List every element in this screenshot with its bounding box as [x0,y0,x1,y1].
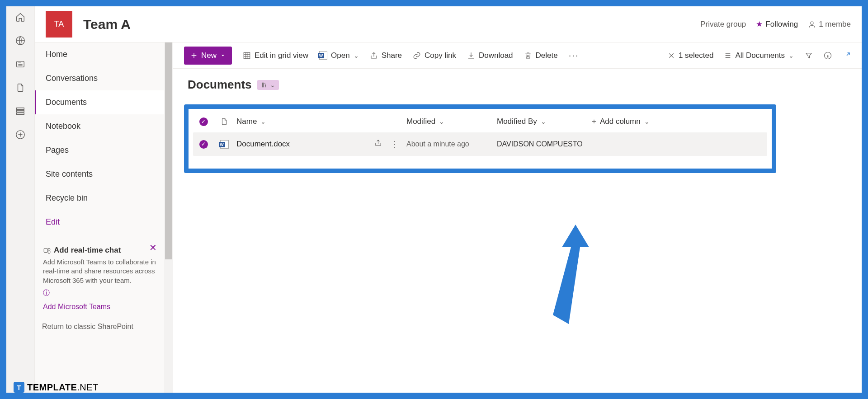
more-actions-icon[interactable]: ⋮ [390,139,398,149]
watermark: T TEMPLATE.NET [14,382,99,393]
close-icon [668,52,675,59]
chevron-down-icon [220,53,226,58]
files-icon[interactable] [15,82,26,93]
edit-grid-button[interactable]: Edit in grid view [243,51,308,60]
nav-documents[interactable]: Documents [35,90,164,114]
classic-sharepoint-link[interactable]: Return to classic SharePoint [42,323,157,331]
list-icon [724,52,731,59]
download-icon [467,52,475,60]
svg-rect-2 [17,108,24,110]
nav-edit[interactable]: Edit [35,210,164,234]
svg-rect-1 [17,61,24,67]
library-title: Documents [188,78,252,92]
svg-rect-4 [17,113,24,115]
download-button[interactable]: Download [467,51,513,60]
home-icon[interactable] [15,12,26,23]
following-label[interactable]: Following [765,20,798,29]
plus-icon [190,52,198,59]
books-icon [261,81,268,89]
nav-recycle-bin[interactable]: Recycle bin [35,186,164,210]
info-icon[interactable]: ⓘ [43,289,156,297]
site-nav: Home Conversations Documents Notebook Pa… [35,42,164,393]
column-modified-by[interactable]: Modified By⌄ [497,117,592,126]
annotation-arrow [544,225,607,333]
copy-link-button[interactable]: Copy link [413,51,456,60]
news-icon[interactable] [15,59,26,70]
command-bar: New Edit in grid view W Open ⌄ Shar [173,42,862,69]
site-title[interactable]: Team A [83,17,131,32]
global-nav-rail [6,6,35,393]
view-selector[interactable]: All Documents ⌄ [724,51,794,60]
site-logo[interactable]: TA [46,11,72,38]
chevron-down-icon: ⌄ [270,81,275,89]
svg-marker-11 [553,225,589,324]
svg-rect-3 [17,110,24,112]
documents-table-highlight: ✓ Name⌄ Modified⌄ Modified By⌄ +Add colu… [184,104,776,173]
star-icon[interactable]: ★ [756,19,763,29]
chevron-down-icon: ⌄ [439,118,444,125]
svg-rect-9 [244,52,250,59]
table-row[interactable]: ✓ W Document.docx ⋮ About a minute ago D… [193,132,767,156]
watermark-badge: T [14,382,24,393]
selection-count[interactable]: 1 selected [668,51,714,60]
modified-value: About a minute ago [406,140,469,148]
column-modified[interactable]: Modified⌄ [406,117,497,126]
nav-conversations[interactable]: Conversations [35,66,164,90]
trash-icon [524,52,532,60]
grid-icon [243,52,251,60]
create-icon[interactable] [15,129,26,140]
sidebar-scrollbar[interactable] [164,42,173,393]
svg-point-8 [48,249,50,251]
share-icon [370,52,378,60]
person-icon [808,20,816,28]
close-icon[interactable]: ✕ [149,242,157,253]
members-count[interactable]: 1 membe [808,20,851,29]
nav-home[interactable]: Home [35,42,164,66]
teams-promo-card: ✕ Add real-time chat Add Microsoft Teams… [40,242,159,315]
chevron-down-icon: ⌄ [260,118,266,125]
nav-notebook[interactable]: Notebook [35,114,164,138]
file-type-icon [220,117,228,126]
new-button[interactable]: New [184,47,232,65]
select-all-checkbox[interactable]: ✓ [199,117,208,126]
word-doc-icon: W [220,140,229,149]
delete-button[interactable]: Delete [524,51,558,60]
table-header: ✓ Name⌄ Modified⌄ Modified By⌄ +Add colu… [193,111,767,132]
nav-site-contents[interactable]: Site contents [35,162,164,186]
column-name[interactable]: Name⌄ [235,117,406,126]
expand-icon[interactable] [843,52,851,60]
file-name[interactable]: Document.docx [236,140,290,149]
info-pane-icon[interactable] [824,52,832,60]
ellipsis-icon: ··· [569,50,579,61]
privacy-label: Private group [700,20,746,29]
svg-point-6 [811,22,813,24]
library-view-pill[interactable]: ⌄ [257,80,279,90]
add-column-button[interactable]: +Add column⌄ [592,117,767,126]
open-button[interactable]: W Open ⌄ [319,51,359,60]
chevron-down-icon: ⌄ [788,52,794,59]
site-header: TA Team A Private group ★ Following 1 me… [35,6,862,42]
teams-icon [43,246,51,254]
chevron-down-icon: ⌄ [541,118,546,125]
row-checkbox[interactable]: ✓ [199,140,208,149]
promo-title: Add real-time chat [54,246,121,255]
chevron-down-icon: ⌄ [354,52,359,59]
nav-pages[interactable]: Pages [35,138,164,162]
promo-desc: Add Microsoft Teams to collaborate in re… [43,258,156,285]
lists-icon[interactable] [15,106,26,117]
chevron-down-icon: ⌄ [644,118,650,125]
plus-icon: + [592,117,596,126]
modified-by-value: DAVIDSON COMPUESTO [497,140,583,148]
share-button[interactable]: Share [370,51,402,60]
filter-icon[interactable] [805,52,813,60]
more-button[interactable]: ··· [569,50,579,61]
share-icon[interactable] [374,139,382,147]
link-icon [413,52,421,60]
word-app-icon: W [319,52,327,60]
add-teams-link[interactable]: Add Microsoft Teams [43,303,156,311]
svg-rect-7 [44,249,47,253]
globe-icon[interactable] [15,35,26,46]
